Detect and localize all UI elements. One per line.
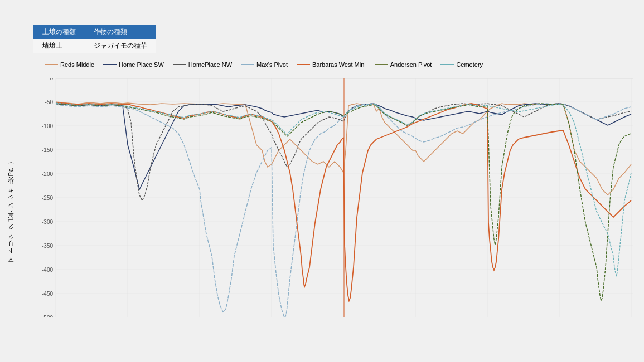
legend-barbaras-west-mini: Barbaras West Mini (297, 61, 366, 68)
legend-label: Home Place SW (119, 61, 164, 68)
legend-line-home-place-sw (103, 64, 117, 65)
soil-type-header: 土壌の種類 (33, 25, 85, 39)
legend-line-barbaras-west-mini (297, 64, 310, 65)
svg-text:-50: -50 (45, 99, 54, 105)
chart-svg: 0 -50 -100 -150 -200 -250 -300 -350 -400… (33, 78, 633, 317)
legend-label: Reds Middle (60, 61, 94, 68)
svg-text:0: 0 (50, 78, 53, 81)
svg-text:-150: -150 (42, 147, 53, 153)
legend-label: HomePlace NW (188, 61, 232, 68)
info-table: 土壌の種類 作物の種類 埴壌土 ジャガイモの種芋 (33, 25, 156, 53)
legend-line-maxs-pivot (241, 64, 254, 65)
soil-type-value: 埴壌土 (33, 39, 85, 53)
svg-text:-250: -250 (42, 195, 53, 201)
legend-label: Barbaras West Mini (312, 61, 366, 68)
legend-home-place-sw: Home Place SW (103, 61, 164, 68)
legend-andersen-pivot: Andersen Pivot (375, 61, 432, 68)
svg-text:-200: -200 (42, 171, 53, 177)
svg-text:-450: -450 (42, 291, 53, 297)
legend-label: Max's Pivot (256, 61, 288, 68)
legend-line-cemetery (440, 64, 454, 65)
svg-text:-100: -100 (42, 123, 53, 129)
legend-label: Cemetery (456, 61, 483, 68)
legend-maxs-pivot: Max's Pivot (241, 61, 288, 68)
y-axis-label: マトリックポテンシャル（kPa） (7, 167, 15, 266)
chart-legend: Reds Middle Home Place SW HomePlace NW M… (45, 61, 633, 68)
legend-line-homeplace-nw (173, 64, 186, 65)
legend-line-reds-middle (45, 64, 58, 65)
crop-type-header: 作物の種類 (85, 25, 156, 39)
legend-line-andersen-pivot (375, 64, 388, 65)
legend-label: Andersen Pivot (390, 61, 432, 68)
crop-type-value: ジャガイモの種芋 (85, 39, 156, 53)
svg-text:-400: -400 (42, 267, 53, 273)
svg-text:-350: -350 (42, 243, 53, 249)
svg-text:-500: -500 (42, 315, 53, 317)
svg-text:-300: -300 (42, 219, 53, 225)
legend-homeplace-nw: HomePlace NW (173, 61, 232, 68)
legend-cemetery: Cemetery (440, 61, 483, 68)
legend-reds-middle: Reds Middle (45, 61, 94, 68)
